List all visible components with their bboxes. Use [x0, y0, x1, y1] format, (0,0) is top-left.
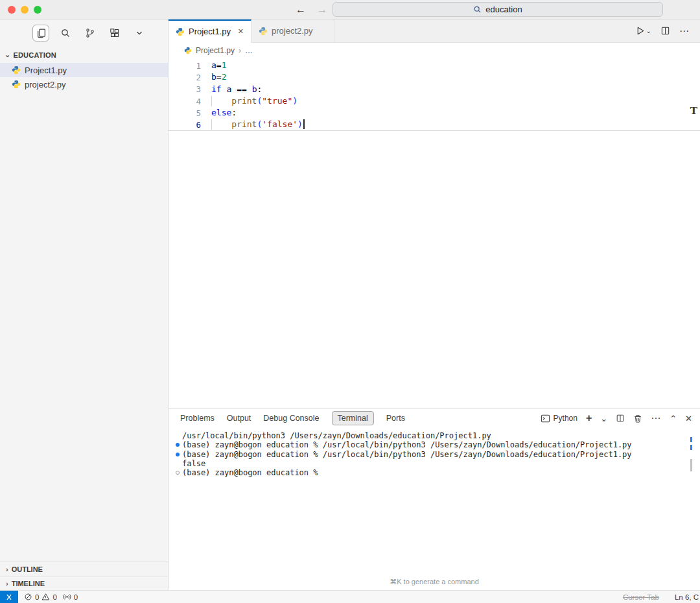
close-panel-icon[interactable]: ✕	[685, 414, 692, 423]
code-line-text: print('false')	[211, 119, 305, 130]
warning-icon	[41, 593, 50, 601]
tab-problems[interactable]: Problems	[180, 414, 215, 423]
close-window-button[interactable]	[8, 6, 16, 14]
code-editor[interactable]: 1a=12b=23if a == b:4 print("true")5else:…	[169, 58, 700, 408]
code-lines: 1a=12b=23if a == b:4 print("true")5else:…	[169, 60, 700, 131]
forward-arrow-icon[interactable]: →	[317, 4, 327, 16]
more-views-chevron-icon[interactable]	[131, 25, 148, 41]
close-icon[interactable]: ✕	[238, 27, 244, 36]
back-arrow-icon[interactable]: ←	[296, 4, 306, 16]
file-item-project2[interactable]: project2.py	[0, 77, 168, 91]
maximize-panel-chevron-icon[interactable]: ⌃	[670, 414, 677, 423]
terminal-scrollbar-mark	[690, 459, 692, 471]
code-line[interactable]: 4 print("true")	[169, 95, 700, 107]
status-right: Cursor Tab Ln 6, C	[623, 593, 700, 601]
ports-broadcast-icon	[63, 593, 71, 601]
breadcrumb-file[interactable]: Project1.py	[196, 46, 235, 55]
command-status-dot-icon	[172, 453, 182, 456]
cursor-position-status[interactable]: Ln 6, C	[675, 593, 699, 601]
code-line[interactable]: 5else:	[169, 107, 700, 119]
line-number: 3	[169, 84, 201, 94]
text-cursor	[303, 119, 305, 129]
terminal-line: false	[172, 459, 700, 468]
outline-section-header[interactable]: › OUTLINE	[0, 562, 168, 576]
tab-terminal[interactable]: Terminal	[332, 411, 374, 425]
explorer-icon[interactable]	[32, 25, 49, 41]
kill-terminal-trash-icon[interactable]	[633, 414, 642, 423]
run-python-file-button[interactable]: ⌄	[635, 26, 651, 36]
new-terminal-icon[interactable]: +	[586, 412, 592, 424]
breadcrumb-separator-icon: ›	[239, 46, 241, 55]
panel-header: Problems Output Debug Console Terminal P…	[169, 408, 700, 428]
terminal-icon	[541, 414, 550, 423]
zoom-window-button[interactable]	[34, 6, 41, 14]
breadcrumb-more[interactable]: …	[245, 46, 253, 55]
editor-actions: ⌄ ⋯	[635, 19, 700, 42]
code-line-text: a=1	[211, 60, 226, 71]
line-number: 6	[169, 120, 201, 130]
overview-ruler-mark: T	[690, 105, 697, 117]
command-center-search[interactable]: education	[332, 2, 663, 17]
split-terminal-icon[interactable]	[616, 414, 625, 423]
file-name: project2.py	[25, 80, 66, 89]
tab-label: project2.py	[272, 26, 313, 36]
terminal-text: (base) zayn@bogon education %	[182, 468, 318, 477]
breadcrumb[interactable]: Project1.py › …	[169, 43, 700, 58]
activity-bar	[0, 19, 168, 47]
terminal-view[interactable]: /usr/local/bin/python3 /Users/zayn/Downl…	[169, 428, 700, 590]
terminal-ai-hint: ⌘K to generate a command	[169, 578, 700, 586]
source-control-icon[interactable]	[82, 25, 99, 41]
timeline-label: TIMELINE	[12, 580, 45, 587]
tab-ports[interactable]: Ports	[386, 414, 405, 423]
tab-debug-console[interactable]: Debug Console	[263, 414, 319, 423]
more-actions-icon[interactable]: ⋯	[679, 25, 690, 37]
ports-status[interactable]: 0	[63, 593, 78, 601]
terminal-output: /usr/local/bin/python3 /Users/zayn/Downl…	[172, 431, 700, 477]
code-line[interactable]: 1a=1	[169, 60, 700, 71]
status-bar: 0 0 0 Cursor Tab Ln 6, C	[0, 590, 700, 603]
chevron-down-icon: ⌄	[5, 51, 10, 59]
indent-guide	[211, 96, 212, 106]
terminal-text: (base) zayn@bogon education % /usr/local…	[182, 450, 632, 459]
error-icon	[24, 593, 32, 601]
code-line[interactable]: 6 print('false')	[169, 119, 700, 130]
code-line[interactable]: 2b=2	[169, 71, 700, 83]
window-controls	[8, 6, 41, 14]
panel-actions: Python + ⌄ ⋯ ⌃ ✕	[541, 412, 692, 424]
active-terminal-shell[interactable]: Python	[541, 414, 578, 423]
sidebar-bottom-sections: › OUTLINE › TIMELINE	[0, 562, 168, 590]
explorer-section-header[interactable]: ⌄ EDUCATION	[0, 47, 168, 63]
search-sidebar-icon[interactable]	[57, 25, 74, 41]
bottom-panel: Problems Output Debug Console Terminal P…	[169, 408, 700, 590]
file-name: Project1.py	[25, 65, 67, 75]
chevron-right-icon: ›	[6, 565, 8, 573]
workbench: ⌄ EDUCATION Project1.py project2.py › OU…	[0, 19, 700, 590]
python-file-icon	[259, 27, 268, 36]
warning-count: 0	[52, 593, 56, 601]
terminal-scrollbar-mark	[690, 437, 692, 442]
minimize-window-button[interactable]	[21, 6, 29, 14]
run-dropdown-chevron-icon[interactable]: ⌄	[646, 27, 651, 34]
split-editor-icon[interactable]	[660, 26, 670, 36]
tab-output[interactable]: Output	[227, 414, 251, 423]
extensions-icon[interactable]	[106, 25, 123, 41]
tab-project2[interactable]: project2.py	[251, 19, 334, 42]
problems-status[interactable]: 0 0	[24, 593, 57, 601]
editor-tabs-bar: Project1.py ✕ project2.py ⌄	[169, 19, 700, 43]
code-line-text: print("true")	[211, 95, 298, 107]
code-line[interactable]: 3if a == b:	[169, 84, 700, 95]
panel-more-actions-icon[interactable]: ⋯	[651, 412, 661, 424]
titlebar: ← → education	[0, 0, 700, 19]
file-item-project1[interactable]: Project1.py	[0, 63, 168, 77]
terminal-dropdown-chevron-icon[interactable]: ⌄	[600, 414, 607, 423]
python-file-icon	[176, 27, 185, 36]
line-number: 1	[169, 61, 201, 71]
cursor-tab-status[interactable]: Cursor Tab	[623, 593, 659, 601]
app-window: ← → education	[0, 0, 700, 603]
remote-indicator[interactable]	[0, 591, 18, 603]
sidebar: ⌄ EDUCATION Project1.py project2.py › OU…	[0, 19, 169, 590]
timeline-section-header[interactable]: › TIMELINE	[0, 576, 168, 590]
tab-label: Project1.py	[189, 27, 231, 36]
tab-project1[interactable]: Project1.py ✕	[169, 19, 251, 43]
editor-group: Project1.py ✕ project2.py ⌄	[169, 19, 700, 590]
